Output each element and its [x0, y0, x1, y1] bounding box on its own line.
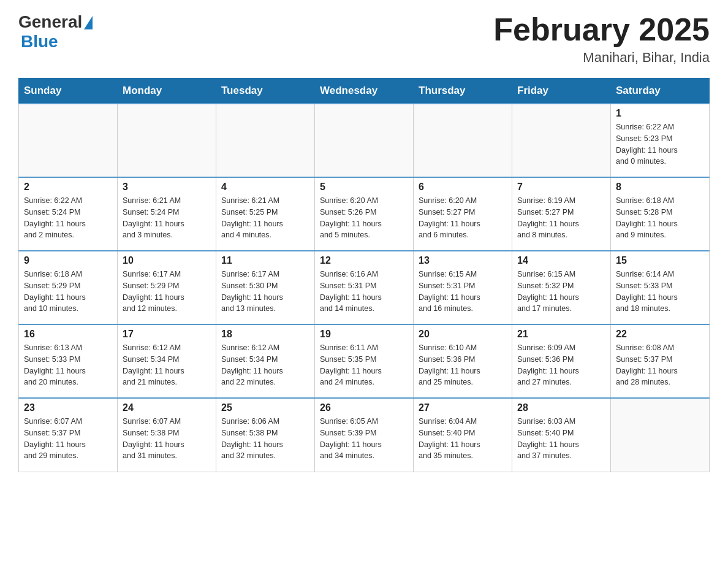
calendar-week-row-1: 2Sunrise: 6:22 AM Sunset: 5:24 PM Daylig… [19, 177, 710, 251]
calendar-cell-w4d5: 28Sunrise: 6:03 AM Sunset: 5:40 PM Dayli… [512, 398, 611, 472]
calendar-cell-w2d5: 14Sunrise: 6:15 AM Sunset: 5:32 PM Dayli… [512, 251, 611, 324]
day-info: Sunrise: 6:17 AM Sunset: 5:30 PM Dayligh… [221, 269, 309, 315]
day-number: 7 [517, 182, 605, 193]
day-number: 12 [320, 255, 408, 266]
day-info: Sunrise: 6:19 AM Sunset: 5:27 PM Dayligh… [517, 195, 605, 241]
day-info: Sunrise: 6:21 AM Sunset: 5:24 PM Dayligh… [123, 195, 211, 241]
calendar-cell-w3d0: 16Sunrise: 6:13 AM Sunset: 5:33 PM Dayli… [19, 324, 118, 398]
location-subtitle: Manihari, Bihar, India [493, 50, 710, 66]
calendar-cell-w4d1: 24Sunrise: 6:07 AM Sunset: 5:38 PM Dayli… [118, 398, 216, 472]
calendar-week-row-3: 16Sunrise: 6:13 AM Sunset: 5:33 PM Dayli… [19, 324, 710, 398]
page-header: General Blue February 2025 Manihari, Bih… [18, 12, 710, 66]
day-number: 27 [419, 402, 507, 413]
day-info: Sunrise: 6:22 AM Sunset: 5:23 PM Dayligh… [616, 121, 704, 167]
calendar-cell-w3d3: 19Sunrise: 6:11 AM Sunset: 5:35 PM Dayli… [315, 324, 414, 398]
header-sunday: Sunday [19, 79, 118, 104]
day-number: 23 [24, 402, 112, 413]
day-info: Sunrise: 6:03 AM Sunset: 5:40 PM Dayligh… [517, 416, 605, 462]
calendar-table: Sunday Monday Tuesday Wednesday Thursday… [18, 78, 710, 472]
logo-blue-text: Blue [21, 32, 58, 52]
day-number: 6 [419, 182, 507, 193]
calendar-header-row: Sunday Monday Tuesday Wednesday Thursday… [19, 79, 710, 104]
calendar-cell-w0d5 [512, 104, 611, 177]
day-info: Sunrise: 6:11 AM Sunset: 5:35 PM Dayligh… [320, 342, 408, 388]
day-info: Sunrise: 6:10 AM Sunset: 5:36 PM Dayligh… [419, 342, 507, 388]
day-info: Sunrise: 6:15 AM Sunset: 5:31 PM Dayligh… [419, 269, 507, 315]
header-monday: Monday [118, 79, 216, 104]
day-info: Sunrise: 6:21 AM Sunset: 5:25 PM Dayligh… [221, 195, 309, 241]
day-number: 4 [221, 182, 309, 193]
calendar-cell-w2d0: 9Sunrise: 6:18 AM Sunset: 5:29 PM Daylig… [19, 251, 118, 324]
day-info: Sunrise: 6:20 AM Sunset: 5:27 PM Dayligh… [419, 195, 507, 241]
calendar-cell-w4d2: 25Sunrise: 6:06 AM Sunset: 5:38 PM Dayli… [216, 398, 315, 472]
calendar-cell-w1d6: 8Sunrise: 6:18 AM Sunset: 5:28 PM Daylig… [611, 177, 710, 251]
calendar-cell-w4d0: 23Sunrise: 6:07 AM Sunset: 5:37 PM Dayli… [19, 398, 118, 472]
day-number: 15 [616, 255, 704, 266]
calendar-week-row-0: 1Sunrise: 6:22 AM Sunset: 5:23 PM Daylig… [19, 104, 710, 177]
logo-triangle-icon [84, 16, 93, 29]
calendar-cell-w1d5: 7Sunrise: 6:19 AM Sunset: 5:27 PM Daylig… [512, 177, 611, 251]
day-number: 24 [123, 402, 211, 413]
day-number: 11 [221, 255, 309, 266]
calendar-cell-w3d6: 22Sunrise: 6:08 AM Sunset: 5:37 PM Dayli… [611, 324, 710, 398]
day-info: Sunrise: 6:15 AM Sunset: 5:32 PM Dayligh… [517, 269, 605, 315]
header-thursday: Thursday [414, 79, 512, 104]
day-info: Sunrise: 6:16 AM Sunset: 5:31 PM Dayligh… [320, 269, 408, 315]
day-number: 8 [616, 182, 704, 193]
day-number: 10 [123, 255, 211, 266]
calendar-cell-w3d5: 21Sunrise: 6:09 AM Sunset: 5:36 PM Dayli… [512, 324, 611, 398]
month-title: February 2025 [493, 12, 710, 47]
day-info: Sunrise: 6:07 AM Sunset: 5:38 PM Dayligh… [123, 416, 211, 462]
calendar-cell-w3d1: 17Sunrise: 6:12 AM Sunset: 5:34 PM Dayli… [118, 324, 216, 398]
logo-general-text: General [18, 12, 82, 32]
day-info: Sunrise: 6:08 AM Sunset: 5:37 PM Dayligh… [616, 342, 704, 388]
day-info: Sunrise: 6:22 AM Sunset: 5:24 PM Dayligh… [24, 195, 112, 241]
calendar-cell-w1d4: 6Sunrise: 6:20 AM Sunset: 5:27 PM Daylig… [414, 177, 512, 251]
calendar-cell-w4d6 [611, 398, 710, 472]
day-number: 18 [221, 329, 309, 340]
day-number: 26 [320, 402, 408, 413]
calendar-cell-w4d4: 27Sunrise: 6:04 AM Sunset: 5:40 PM Dayli… [414, 398, 512, 472]
calendar-cell-w0d6: 1Sunrise: 6:22 AM Sunset: 5:23 PM Daylig… [611, 104, 710, 177]
day-info: Sunrise: 6:06 AM Sunset: 5:38 PM Dayligh… [221, 416, 309, 462]
day-number: 1 [616, 108, 704, 119]
calendar-cell-w3d4: 20Sunrise: 6:10 AM Sunset: 5:36 PM Dayli… [414, 324, 512, 398]
day-number: 19 [320, 329, 408, 340]
day-number: 13 [419, 255, 507, 266]
day-number: 20 [419, 329, 507, 340]
day-number: 21 [517, 329, 605, 340]
header-tuesday: Tuesday [216, 79, 315, 104]
calendar-week-row-2: 9Sunrise: 6:18 AM Sunset: 5:29 PM Daylig… [19, 251, 710, 324]
day-number: 17 [123, 329, 211, 340]
day-number: 5 [320, 182, 408, 193]
day-info: Sunrise: 6:04 AM Sunset: 5:40 PM Dayligh… [419, 416, 507, 462]
calendar-cell-w3d2: 18Sunrise: 6:12 AM Sunset: 5:34 PM Dayli… [216, 324, 315, 398]
day-number: 14 [517, 255, 605, 266]
calendar-cell-w0d3 [315, 104, 414, 177]
day-info: Sunrise: 6:05 AM Sunset: 5:39 PM Dayligh… [320, 416, 408, 462]
day-number: 28 [517, 402, 605, 413]
day-number: 2 [24, 182, 112, 193]
day-info: Sunrise: 6:12 AM Sunset: 5:34 PM Dayligh… [221, 342, 309, 388]
day-number: 22 [616, 329, 704, 340]
day-number: 16 [24, 329, 112, 340]
calendar-cell-w2d3: 12Sunrise: 6:16 AM Sunset: 5:31 PM Dayli… [315, 251, 414, 324]
day-info: Sunrise: 6:07 AM Sunset: 5:37 PM Dayligh… [24, 416, 112, 462]
calendar-cell-w0d2 [216, 104, 315, 177]
calendar-week-row-4: 23Sunrise: 6:07 AM Sunset: 5:37 PM Dayli… [19, 398, 710, 472]
calendar-cell-w1d2: 4Sunrise: 6:21 AM Sunset: 5:25 PM Daylig… [216, 177, 315, 251]
header-friday: Friday [512, 79, 611, 104]
header-wednesday: Wednesday [315, 79, 414, 104]
day-info: Sunrise: 6:12 AM Sunset: 5:34 PM Dayligh… [123, 342, 211, 388]
calendar-cell-w1d0: 2Sunrise: 6:22 AM Sunset: 5:24 PM Daylig… [19, 177, 118, 251]
logo: General Blue [18, 12, 93, 52]
day-number: 3 [123, 182, 211, 193]
calendar-cell-w2d2: 11Sunrise: 6:17 AM Sunset: 5:30 PM Dayli… [216, 251, 315, 324]
header-title-block: February 2025 Manihari, Bihar, India [493, 12, 710, 66]
day-number: 9 [24, 255, 112, 266]
calendar-cell-w0d0 [19, 104, 118, 177]
day-info: Sunrise: 6:17 AM Sunset: 5:29 PM Dayligh… [123, 269, 211, 315]
day-info: Sunrise: 6:18 AM Sunset: 5:29 PM Dayligh… [24, 269, 112, 315]
day-info: Sunrise: 6:14 AM Sunset: 5:33 PM Dayligh… [616, 269, 704, 315]
day-info: Sunrise: 6:20 AM Sunset: 5:26 PM Dayligh… [320, 195, 408, 241]
